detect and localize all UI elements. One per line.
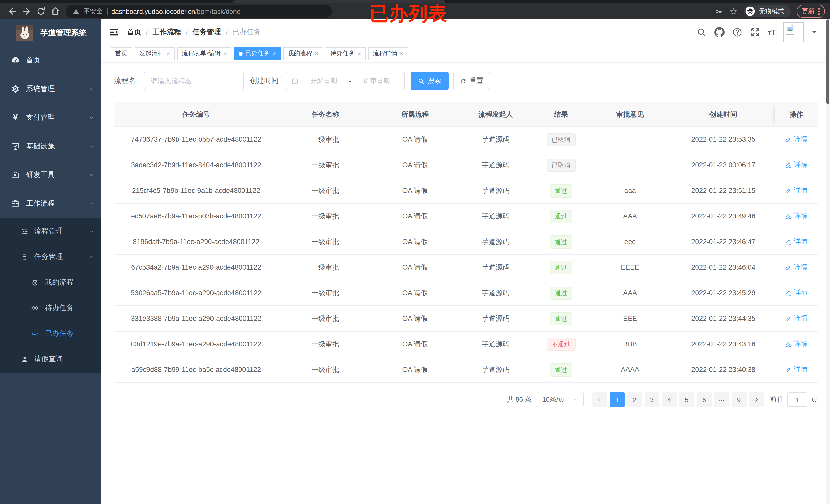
page-button-6[interactable]: 6 [697, 393, 711, 407]
scrollbar-thumb[interactable] [826, 20, 829, 104]
close-icon[interactable]: × [223, 51, 227, 57]
close-icon[interactable]: × [273, 51, 276, 57]
detail-link[interactable]: 详情 [785, 237, 808, 246]
screen: 不安全 dashboard.yudao.iocoder.cn/bpm/task/… [0, 0, 830, 504]
prev-page-button[interactable] [592, 393, 607, 407]
flow-branch-icon [21, 253, 29, 261]
tag-todo-tasks[interactable]: 待办任务× [326, 47, 365, 60]
created-time: 2022-01-23 00:06:17 [672, 152, 775, 178]
search-button[interactable]: 搜索 [411, 72, 449, 90]
back-button[interactable] [5, 5, 20, 18]
password-key-icon[interactable] [714, 7, 723, 15]
detail-link[interactable]: 详情 [785, 211, 808, 221]
page-button-1[interactable]: 1 [610, 393, 625, 407]
table-row: 8196daff-7b9a-11ec-a290-acde48001122 一级审… [114, 229, 818, 255]
breadcrumb-item[interactable]: 首页 [127, 27, 141, 37]
next-page-button[interactable] [749, 393, 764, 407]
process-name-input[interactable] [144, 72, 244, 90]
tag-process-detail[interactable]: 流程详情× [368, 47, 408, 60]
task-id: 53026aa5-7b9a-11ec-a290-acde48001122 [114, 280, 278, 306]
detail-label: 详情 [794, 314, 808, 323]
sidebar-item-leave-query[interactable]: 请假查询 [0, 346, 101, 372]
sidebar-item-process-mgmt[interactable]: 流程管理 [0, 219, 101, 244]
github-icon[interactable] [714, 27, 724, 37]
page-button-5[interactable]: 5 [679, 393, 694, 407]
detail-link[interactable]: 详情 [785, 186, 808, 195]
detail-link[interactable]: 详情 [785, 160, 808, 170]
fullscreen-icon[interactable] [750, 27, 760, 37]
starter: 芋道源码 [457, 357, 534, 382]
detail-link[interactable]: 详情 [785, 288, 808, 298]
tag-form-edit[interactable]: 流程表单-编辑× [177, 47, 231, 60]
goto-page-input[interactable] [787, 393, 807, 407]
navbar-actions: TT [696, 22, 817, 42]
detail-link[interactable]: 详情 [785, 263, 808, 272]
bookmark-star-icon[interactable] [729, 7, 738, 15]
breadcrumb-item[interactable]: 任务管理 [193, 27, 221, 37]
url-host: dashboard.yudao.iocoder.cn [111, 8, 195, 15]
tag-my-process[interactable]: 我的流程× [283, 47, 323, 60]
detail-link[interactable]: 详情 [785, 135, 808, 144]
range-separator: - [349, 77, 352, 85]
page-button-2[interactable]: 2 [627, 393, 642, 407]
reset-button[interactable]: 重置 [453, 72, 490, 90]
sidebar-item-system[interactable]: 系统管理 [0, 75, 101, 103]
sidebar-item-done-tasks[interactable]: 已办任务 [0, 321, 101, 346]
detail-link[interactable]: 详情 [785, 365, 808, 374]
tag-home[interactable]: 首页 [110, 47, 132, 60]
sidebar: 芋道管理系统 首页 系统管理 ¥ 支付管理 基础设施 研发工具 [0, 20, 101, 504]
sidebar-item-home[interactable]: 首页 [0, 46, 101, 75]
sidebar-item-label: 工作流程 [26, 199, 89, 208]
sidebar-item-my-process[interactable]: 我的流程 [0, 270, 101, 295]
sidebar-item-infrastructure[interactable]: 基础设施 [0, 132, 101, 161]
sidebar-item-todo-tasks[interactable]: 待办任务 [0, 295, 101, 321]
search-icon[interactable] [696, 27, 706, 37]
sidebar-item-devtools[interactable]: 研发工具 [0, 161, 101, 189]
page-button-4[interactable]: 4 [662, 393, 677, 407]
breadcrumb-item[interactable]: 工作流程 [153, 27, 181, 37]
task-id: 8196daff-7b9a-11ec-a290-acde48001122 [114, 229, 278, 255]
tag-start-process[interactable]: 发起流程× [135, 47, 174, 60]
sidebar-fold-icon[interactable] [108, 27, 119, 37]
avatar-dropdown-caret[interactable] [811, 31, 817, 36]
tag-label: 待办任务 [330, 49, 355, 58]
url-bar[interactable]: 不安全 dashboard.yudao.iocoder.cn/bpm/task/… [66, 5, 332, 18]
help-icon[interactable] [732, 27, 742, 37]
browser-update-button[interactable]: 更新 [797, 5, 825, 18]
date-range-input[interactable]: 开始日期 - 结束日期 [286, 72, 405, 90]
update-label: 更新 [802, 7, 815, 15]
result-badge: 不通过 [547, 337, 575, 351]
col-result: 结果 [534, 102, 588, 127]
reload-button[interactable] [34, 5, 48, 18]
breadcrumb-separator: / [186, 28, 188, 36]
tag-label: 流程详情 [373, 49, 397, 58]
close-icon[interactable]: × [315, 51, 318, 57]
tag-done-tasks[interactable]: 已办任务× [234, 47, 281, 60]
logo-rabbit-image [17, 24, 33, 41]
sidebar-item-workflow[interactable]: 工作流程 [0, 189, 101, 218]
sidebar-item-payment[interactable]: ¥ 支付管理 [0, 103, 101, 132]
home-button[interactable] [48, 5, 62, 18]
browser-menu-icon[interactable] [818, 8, 820, 14]
logo-row[interactable]: 芋道管理系统 [0, 20, 101, 46]
yen-icon: ¥ [11, 113, 20, 122]
process-name: OA 请假 [373, 331, 457, 357]
close-icon[interactable]: × [357, 51, 361, 57]
page-button-9[interactable]: 9 [731, 393, 746, 407]
more-pages-button[interactable]: ··· [714, 393, 729, 407]
starter: 芋道源码 [457, 331, 534, 357]
close-icon[interactable]: × [400, 51, 404, 57]
font-size-icon[interactable]: TT [768, 28, 776, 36]
sidebar-item-task-mgmt[interactable]: 任务管理 [0, 244, 101, 270]
detail-link[interactable]: 详情 [785, 339, 808, 349]
forward-button[interactable] [20, 5, 34, 18]
page-button-3[interactable]: 3 [644, 393, 659, 407]
page-size-select[interactable]: 10条/页 [537, 392, 584, 407]
result-badge: 通过 [550, 235, 572, 248]
detail-link[interactable]: 详情 [785, 314, 808, 323]
chevron-down-icon [89, 143, 95, 149]
close-icon[interactable]: × [166, 51, 170, 57]
avatar[interactable] [784, 22, 804, 42]
detail-label: 详情 [794, 211, 808, 221]
detail-label: 详情 [794, 288, 808, 298]
